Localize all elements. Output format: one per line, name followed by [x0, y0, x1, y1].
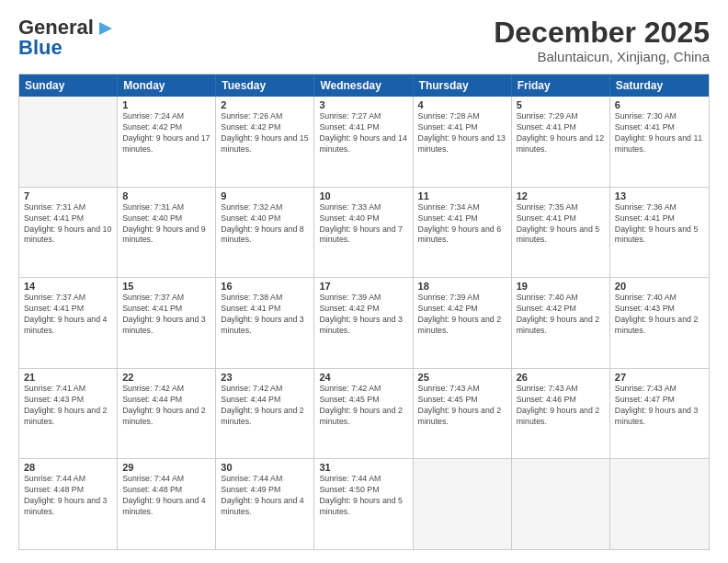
calendar-row-1: 7Sunrise: 7:31 AM Sunset: 4:41 PM Daylig… — [19, 187, 709, 278]
day-number: 21 — [24, 372, 112, 383]
calendar-cell-0-0 — [19, 97, 118, 187]
svg-marker-0 — [99, 22, 112, 35]
day-info: Sunrise: 7:44 AM Sunset: 4:48 PM Dayligh… — [122, 474, 210, 518]
calendar-cell-0-1: 1Sunrise: 7:24 AM Sunset: 4:42 PM Daylig… — [118, 97, 216, 187]
calendar-row-2: 14Sunrise: 7:37 AM Sunset: 4:41 PM Dayli… — [19, 277, 709, 368]
day-number: 11 — [418, 190, 506, 201]
day-info: Sunrise: 7:37 AM Sunset: 4:41 PM Dayligh… — [24, 293, 112, 337]
day-number: 14 — [24, 281, 112, 292]
calendar-cell-2-0: 14Sunrise: 7:37 AM Sunset: 4:41 PM Dayli… — [19, 278, 118, 368]
day-info: Sunrise: 7:42 AM Sunset: 4:44 PM Dayligh… — [221, 384, 309, 428]
day-info: Sunrise: 7:44 AM Sunset: 4:50 PM Dayligh… — [319, 474, 407, 518]
day-info: Sunrise: 7:44 AM Sunset: 4:49 PM Dayligh… — [221, 474, 309, 518]
calendar-row-0: 1Sunrise: 7:24 AM Sunset: 4:42 PM Daylig… — [19, 97, 709, 187]
day-info: Sunrise: 7:32 AM Sunset: 4:40 PM Dayligh… — [221, 202, 309, 247]
calendar-cell-1-5: 12Sunrise: 7:35 AM Sunset: 4:41 PM Dayli… — [512, 188, 610, 278]
header-wednesday: Wednesday — [314, 75, 413, 97]
day-number: 1 — [122, 99, 210, 110]
calendar-cell-3-3: 24Sunrise: 7:42 AM Sunset: 4:45 PM Dayli… — [314, 369, 413, 459]
day-number: 31 — [319, 462, 407, 473]
day-number: 18 — [418, 281, 506, 292]
title-area: December 2025 Baluntaicun, Xinjiang, Chi… — [494, 17, 710, 64]
calendar-cell-3-4: 25Sunrise: 7:43 AM Sunset: 4:45 PM Dayli… — [414, 369, 512, 459]
calendar-cell-4-6 — [610, 459, 709, 549]
day-number: 16 — [221, 281, 309, 292]
day-info: Sunrise: 7:30 AM Sunset: 4:41 PM Dayligh… — [615, 111, 704, 155]
day-number: 30 — [221, 462, 309, 473]
day-number: 9 — [221, 190, 309, 201]
calendar-row-4: 28Sunrise: 7:44 AM Sunset: 4:48 PM Dayli… — [19, 458, 709, 549]
calendar-cell-0-5: 5Sunrise: 7:29 AM Sunset: 4:41 PM Daylig… — [512, 97, 610, 187]
calendar-cell-1-3: 10Sunrise: 7:33 AM Sunset: 4:40 PM Dayli… — [314, 188, 413, 278]
day-number: 7 — [24, 190, 112, 201]
day-number: 12 — [517, 190, 605, 201]
calendar-cell-4-1: 29Sunrise: 7:44 AM Sunset: 4:48 PM Dayli… — [118, 459, 216, 549]
calendar-cell-1-0: 7Sunrise: 7:31 AM Sunset: 4:41 PM Daylig… — [19, 188, 118, 278]
day-info: Sunrise: 7:40 AM Sunset: 4:42 PM Dayligh… — [517, 293, 605, 337]
logo-blue: Blue — [18, 37, 63, 59]
calendar-cell-1-6: 13Sunrise: 7:36 AM Sunset: 4:41 PM Dayli… — [610, 188, 709, 278]
day-info: Sunrise: 7:43 AM Sunset: 4:46 PM Dayligh… — [517, 384, 605, 428]
calendar-row-3: 21Sunrise: 7:41 AM Sunset: 4:43 PM Dayli… — [19, 368, 709, 459]
day-info: Sunrise: 7:27 AM Sunset: 4:41 PM Dayligh… — [319, 111, 407, 155]
calendar-cell-4-2: 30Sunrise: 7:44 AM Sunset: 4:49 PM Dayli… — [216, 459, 314, 549]
calendar-cell-2-3: 17Sunrise: 7:39 AM Sunset: 4:42 PM Dayli… — [314, 278, 413, 368]
calendar-cell-2-6: 20Sunrise: 7:40 AM Sunset: 4:43 PM Dayli… — [610, 278, 709, 368]
header-saturday: Saturday — [610, 75, 709, 97]
calendar-header: Sunday Monday Tuesday Wednesday Thursday… — [19, 75, 709, 97]
header-monday: Monday — [118, 75, 216, 97]
day-info: Sunrise: 7:39 AM Sunset: 4:42 PM Dayligh… — [418, 293, 506, 337]
day-info: Sunrise: 7:37 AM Sunset: 4:41 PM Dayligh… — [122, 293, 210, 337]
calendar-cell-0-4: 4Sunrise: 7:28 AM Sunset: 4:41 PM Daylig… — [414, 97, 512, 187]
calendar-cell-1-2: 9Sunrise: 7:32 AM Sunset: 4:40 PM Daylig… — [216, 188, 314, 278]
calendar-cell-2-5: 19Sunrise: 7:40 AM Sunset: 4:42 PM Dayli… — [512, 278, 610, 368]
day-info: Sunrise: 7:44 AM Sunset: 4:48 PM Dayligh… — [24, 474, 112, 518]
day-number: 8 — [122, 190, 210, 201]
header: General Blue December 2025 Baluntaicun, … — [18, 17, 710, 64]
day-number: 26 — [517, 372, 605, 383]
header-friday: Friday — [512, 75, 610, 97]
day-number: 5 — [517, 99, 605, 110]
day-number: 22 — [122, 372, 210, 383]
calendar-cell-0-6: 6Sunrise: 7:30 AM Sunset: 4:41 PM Daylig… — [610, 97, 709, 187]
day-info: Sunrise: 7:31 AM Sunset: 4:41 PM Dayligh… — [24, 202, 112, 247]
calendar-cell-3-6: 27Sunrise: 7:43 AM Sunset: 4:47 PM Dayli… — [610, 369, 709, 459]
day-number: 24 — [319, 372, 407, 383]
calendar-cell-0-3: 3Sunrise: 7:27 AM Sunset: 4:41 PM Daylig… — [314, 97, 413, 187]
day-number: 20 — [615, 281, 704, 292]
calendar-cell-2-1: 15Sunrise: 7:37 AM Sunset: 4:41 PM Dayli… — [118, 278, 216, 368]
header-sunday: Sunday — [19, 75, 118, 97]
calendar-cell-2-2: 16Sunrise: 7:38 AM Sunset: 4:41 PM Dayli… — [216, 278, 314, 368]
page: General Blue December 2025 Baluntaicun, … — [0, 0, 728, 563]
calendar-cell-1-1: 8Sunrise: 7:31 AM Sunset: 4:40 PM Daylig… — [118, 188, 216, 278]
day-number: 15 — [122, 281, 210, 292]
day-number: 23 — [221, 372, 309, 383]
calendar: Sunday Monday Tuesday Wednesday Thursday… — [18, 74, 710, 550]
calendar-cell-1-4: 11Sunrise: 7:34 AM Sunset: 4:41 PM Dayli… — [414, 188, 512, 278]
calendar-cell-4-5 — [512, 459, 610, 549]
calendar-cell-2-4: 18Sunrise: 7:39 AM Sunset: 4:42 PM Dayli… — [414, 278, 512, 368]
calendar-cell-3-5: 26Sunrise: 7:43 AM Sunset: 4:46 PM Dayli… — [512, 369, 610, 459]
day-info: Sunrise: 7:24 AM Sunset: 4:42 PM Dayligh… — [122, 111, 210, 155]
day-number: 25 — [418, 372, 506, 383]
calendar-cell-4-4 — [414, 459, 512, 549]
day-info: Sunrise: 7:43 AM Sunset: 4:45 PM Dayligh… — [418, 384, 506, 428]
calendar-cell-3-0: 21Sunrise: 7:41 AM Sunset: 4:43 PM Dayli… — [19, 369, 118, 459]
day-number: 10 — [319, 190, 407, 201]
day-number: 29 — [122, 462, 210, 473]
day-number: 13 — [615, 190, 704, 201]
day-number: 2 — [221, 99, 309, 110]
calendar-body: 1Sunrise: 7:24 AM Sunset: 4:42 PM Daylig… — [19, 97, 709, 549]
calendar-cell-3-2: 23Sunrise: 7:42 AM Sunset: 4:44 PM Dayli… — [216, 369, 314, 459]
day-number: 28 — [24, 462, 112, 473]
day-info: Sunrise: 7:43 AM Sunset: 4:47 PM Dayligh… — [615, 384, 704, 428]
day-number: 27 — [615, 372, 704, 383]
calendar-cell-3-1: 22Sunrise: 7:42 AM Sunset: 4:44 PM Dayli… — [118, 369, 216, 459]
day-info: Sunrise: 7:41 AM Sunset: 4:43 PM Dayligh… — [24, 384, 112, 428]
logo: General Blue — [18, 17, 116, 59]
day-info: Sunrise: 7:39 AM Sunset: 4:42 PM Dayligh… — [319, 293, 407, 337]
day-number: 6 — [615, 99, 704, 110]
day-info: Sunrise: 7:26 AM Sunset: 4:42 PM Dayligh… — [221, 111, 309, 155]
day-info: Sunrise: 7:28 AM Sunset: 4:41 PM Dayligh… — [418, 111, 506, 155]
day-info: Sunrise: 7:42 AM Sunset: 4:44 PM Dayligh… — [122, 384, 210, 428]
